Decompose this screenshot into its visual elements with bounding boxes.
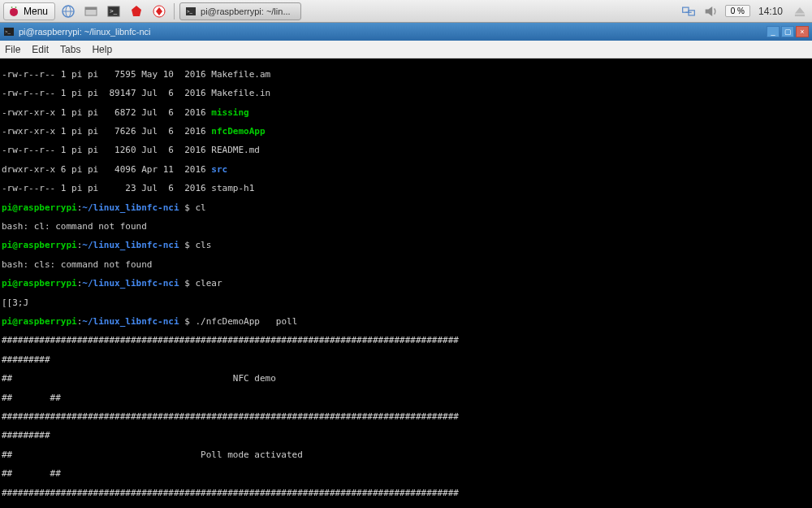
ls-line: -rw-r--r-- 1 pi pi 23 Jul 6 2016 stamp-h…	[2, 184, 810, 193]
taskbar: Menu >_ >_ pi@raspberrypi: ~/lin... 0 % …	[0, 0, 812, 23]
raspberry-logo-icon	[7, 5, 20, 18]
ls-line: -rwxr-xr-x 1 pi pi 7626 Jul 6 2016 nfcDe…	[2, 127, 810, 137]
prompt-line: pi@raspberrypi:~/linux_libnfc-nci $ clea…	[2, 279, 810, 289]
ls-line: -rw-r--r-- 1 pi pi 89147 Jul 6 2016 Make…	[2, 89, 810, 98]
svg-text:>_: >_	[110, 7, 118, 15]
terminal-app-icon: >_	[185, 6, 197, 17]
svg-point-2	[15, 9, 18, 12]
menubar: File Edit Tabs Help	[0, 41, 812, 59]
svg-rect-20	[795, 14, 805, 15]
svg-text:>_: >_	[187, 9, 193, 14]
terminal-launcher-icon[interactable]: >_	[104, 2, 123, 21]
prompt-line: pi@raspberrypi:~/linux_libnfc-nci $ cls	[2, 241, 810, 250]
error-line: bash: cls: command not found	[2, 260, 810, 270]
web-browser-icon[interactable]	[58, 2, 78, 21]
file-nfcdemoapp: nfcDemoApp	[211, 126, 265, 137]
svg-point-1	[11, 9, 14, 12]
hash-line: ## ##	[2, 393, 810, 403]
svg-text:>_: >_	[5, 29, 11, 34]
maximize-button[interactable]: ▢	[781, 26, 794, 37]
close-button[interactable]: ×	[796, 26, 809, 37]
wolfram-icon[interactable]	[149, 2, 169, 21]
eject-icon[interactable]	[791, 2, 809, 20]
ls-line: drwxr-xr-x 6 pi pi 4096 Apr 11 2016 src	[2, 165, 810, 175]
taskbar-app-terminal[interactable]: >_ pi@raspberrypi: ~/lin...	[179, 2, 301, 20]
hash-line: ########################################…	[2, 336, 810, 345]
window-title: pi@raspberrypi: ~/linux_libnfc-nci	[19, 27, 767, 37]
hash-line: ## ##	[2, 469, 810, 479]
minimize-button[interactable]: _	[767, 26, 780, 37]
terminal-window: >_ pi@raspberrypi: ~/linux_libnfc-nci _ …	[0, 23, 812, 508]
menu-button[interactable]: Menu	[3, 2, 55, 20]
clock[interactable]: 14:10	[755, 6, 786, 17]
svg-rect-15	[682, 7, 688, 12]
poll-mode-line: ## Poll mode activated	[2, 450, 810, 460]
menu-file[interactable]: File	[5, 44, 20, 55]
menu-help[interactable]: Help	[92, 44, 112, 55]
svg-rect-7	[85, 7, 97, 10]
mathematica-icon[interactable]	[127, 2, 146, 21]
escape-seq: [[3;J	[2, 298, 810, 308]
svg-marker-18	[705, 6, 712, 15]
hash-line: #########	[2, 431, 810, 441]
taskbar-app-label: pi@raspberrypi: ~/lin...	[201, 7, 291, 16]
svg-rect-16	[689, 10, 694, 15]
terminal-content[interactable]: -rw-r--r-- 1 pi pi 7595 May 10 2016 Make…	[0, 59, 812, 508]
file-manager-icon[interactable]	[81, 2, 101, 21]
svg-marker-19	[795, 7, 805, 13]
network-icon[interactable]	[680, 2, 698, 20]
hash-line: #########	[2, 355, 810, 365]
ls-line: -rw-r--r-- 1 pi pi 1260 Jul 6 2016 READM…	[2, 145, 810, 155]
hash-line: ########################################…	[2, 412, 810, 422]
window-titlebar[interactable]: >_ pi@raspberrypi: ~/linux_libnfc-nci _ …	[0, 23, 812, 41]
menu-edit[interactable]: Edit	[32, 44, 49, 55]
terminal-titlebar-icon: >_	[3, 26, 15, 37]
menu-label: Menu	[24, 6, 48, 17]
hash-line: ########################################…	[2, 488, 810, 498]
prompt-line: pi@raspberrypi:~/linux_libnfc-nci $ cl	[2, 203, 810, 213]
nfc-demo-line: ## NFC demo	[2, 374, 810, 384]
file-missing: missing	[211, 107, 248, 118]
ls-line: -rw-r--r-- 1 pi pi 7595 May 10 2016 Make…	[2, 70, 810, 80]
taskbar-divider	[174, 3, 175, 20]
prompt-line: pi@raspberrypi:~/linux_libnfc-nci $ ./nf…	[2, 317, 810, 327]
system-tray: 0 % 14:10	[680, 2, 809, 20]
volume-icon[interactable]	[702, 2, 720, 20]
svg-marker-10	[132, 6, 141, 16]
window-controls: _ ▢ ×	[767, 26, 809, 37]
error-line: bash: cl: command not found	[2, 222, 810, 232]
cpu-usage-badge[interactable]: 0 %	[725, 5, 750, 17]
dir-src: src	[211, 164, 227, 175]
ls-line: -rwxr-xr-x 1 pi pi 6872 Jul 6 2016 missi…	[2, 108, 810, 118]
menu-tabs[interactable]: Tabs	[60, 44, 80, 55]
